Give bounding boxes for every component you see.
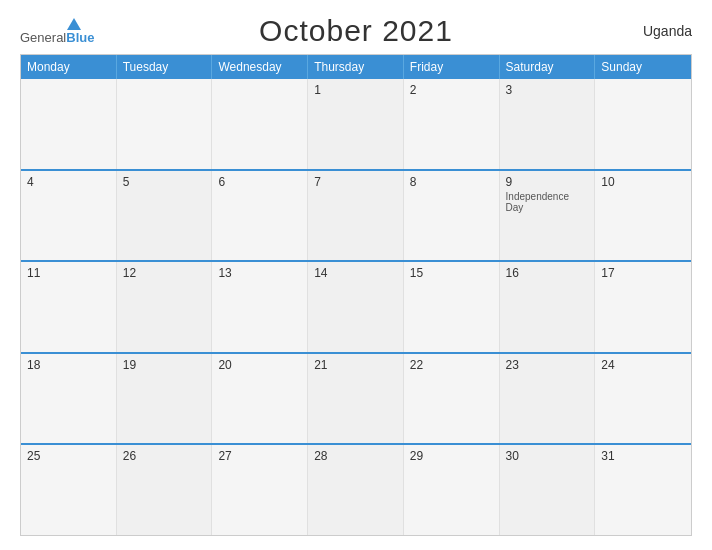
cal-cell: 28 [308, 445, 404, 535]
day-number: 13 [218, 266, 301, 280]
header-cell-saturday: Saturday [500, 55, 596, 79]
cal-cell: 9Independence Day [500, 171, 596, 261]
cal-cell: 2 [404, 79, 500, 169]
week-row-1: 123 [21, 79, 691, 169]
day-number: 7 [314, 175, 397, 189]
day-number: 26 [123, 449, 206, 463]
header-cell-wednesday: Wednesday [212, 55, 308, 79]
cal-cell: 23 [500, 354, 596, 444]
cal-cell: 18 [21, 354, 117, 444]
cal-cell: 1 [308, 79, 404, 169]
day-number: 23 [506, 358, 589, 372]
day-number: 31 [601, 449, 685, 463]
day-number: 29 [410, 449, 493, 463]
day-number: 18 [27, 358, 110, 372]
cal-cell: 26 [117, 445, 213, 535]
cal-cell: 24 [595, 354, 691, 444]
holiday-label: Independence Day [506, 191, 589, 213]
cal-cell: 6 [212, 171, 308, 261]
week-row-4: 18192021222324 [21, 352, 691, 444]
cal-cell: 27 [212, 445, 308, 535]
calendar-body: 123456789Independence Day101112131415161… [21, 79, 691, 535]
day-number: 6 [218, 175, 301, 189]
day-number: 11 [27, 266, 110, 280]
cal-cell: 11 [21, 262, 117, 352]
cal-cell [212, 79, 308, 169]
week-row-2: 456789Independence Day10 [21, 169, 691, 261]
day-number: 25 [27, 449, 110, 463]
day-number: 12 [123, 266, 206, 280]
cal-cell [117, 79, 213, 169]
cal-cell: 13 [212, 262, 308, 352]
header: General Blue October 2021 Uganda [20, 18, 692, 44]
day-number: 27 [218, 449, 301, 463]
day-number: 15 [410, 266, 493, 280]
cal-cell [595, 79, 691, 169]
day-number: 4 [27, 175, 110, 189]
header-cell-thursday: Thursday [308, 55, 404, 79]
day-number: 16 [506, 266, 589, 280]
day-number: 9 [506, 175, 589, 189]
header-cell-friday: Friday [404, 55, 500, 79]
day-number: 1 [314, 83, 397, 97]
cal-cell: 3 [500, 79, 596, 169]
cal-cell: 29 [404, 445, 500, 535]
day-number: 8 [410, 175, 493, 189]
day-number: 21 [314, 358, 397, 372]
header-cell-sunday: Sunday [595, 55, 691, 79]
cal-cell: 22 [404, 354, 500, 444]
cal-cell: 5 [117, 171, 213, 261]
day-number: 10 [601, 175, 685, 189]
header-cell-monday: Monday [21, 55, 117, 79]
cal-cell: 16 [500, 262, 596, 352]
calendar: MondayTuesdayWednesdayThursdayFridaySatu… [20, 54, 692, 536]
week-row-5: 25262728293031 [21, 443, 691, 535]
cal-cell: 21 [308, 354, 404, 444]
day-number: 5 [123, 175, 206, 189]
cal-cell: 14 [308, 262, 404, 352]
logo-blue-text: Blue [66, 31, 94, 44]
header-cell-tuesday: Tuesday [117, 55, 213, 79]
week-row-3: 11121314151617 [21, 260, 691, 352]
logo-general-text: General [20, 31, 66, 44]
cal-cell: 15 [404, 262, 500, 352]
day-number: 14 [314, 266, 397, 280]
cal-cell: 7 [308, 171, 404, 261]
cal-cell: 25 [21, 445, 117, 535]
cal-cell: 10 [595, 171, 691, 261]
cal-cell: 17 [595, 262, 691, 352]
country-name: Uganda [643, 23, 692, 39]
day-number: 30 [506, 449, 589, 463]
day-number: 28 [314, 449, 397, 463]
calendar-title: October 2021 [259, 14, 453, 48]
day-number: 24 [601, 358, 685, 372]
cal-cell: 4 [21, 171, 117, 261]
calendar-header-row: MondayTuesdayWednesdayThursdayFridaySatu… [21, 55, 691, 79]
cal-cell: 12 [117, 262, 213, 352]
cal-cell: 20 [212, 354, 308, 444]
cal-cell: 31 [595, 445, 691, 535]
cal-cell: 30 [500, 445, 596, 535]
logo: General Blue [20, 18, 94, 44]
day-number: 19 [123, 358, 206, 372]
cal-cell [21, 79, 117, 169]
day-number: 2 [410, 83, 493, 97]
day-number: 3 [506, 83, 589, 97]
day-number: 22 [410, 358, 493, 372]
day-number: 20 [218, 358, 301, 372]
cal-cell: 19 [117, 354, 213, 444]
logo-flag-icon [67, 18, 81, 30]
day-number: 17 [601, 266, 685, 280]
cal-cell: 8 [404, 171, 500, 261]
